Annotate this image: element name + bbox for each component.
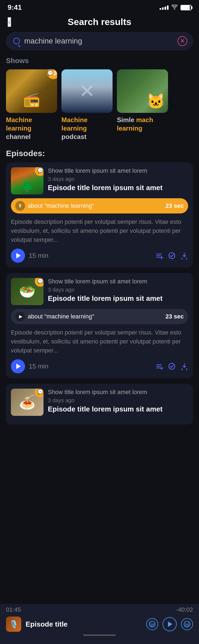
episode-controls: 15 min: [11, 249, 188, 263]
episode-thumbnail: 🍝 💬: [11, 389, 43, 416]
duration: 15 min: [29, 252, 152, 259]
snippet-pause-button[interactable]: ⏸: [15, 201, 25, 211]
download-icon[interactable]: [181, 363, 188, 370]
search-bar[interactable]: machine learning ✕: [6, 32, 193, 50]
show-thumbnail: 💬24: [6, 69, 57, 113]
svg-point-5: [169, 253, 175, 259]
page-title: Search results: [68, 17, 131, 27]
svg-point-11: [169, 363, 175, 369]
current-time: 01:45: [6, 606, 21, 613]
episode-thumbnail: 🥗 💬: [11, 278, 43, 305]
shows-label: Shows: [0, 57, 199, 69]
show-title: Simle mach learning: [117, 116, 168, 132]
episode-date: 3 days ago: [48, 176, 188, 182]
signal-icon: [160, 5, 169, 10]
remaining-time: -40:02: [176, 606, 193, 613]
search-icon: [12, 36, 21, 46]
episode-top: 🍝 💬 Show title lorem ipsum sit amet lore…: [11, 389, 188, 416]
episode-meta: Show title lorem ipsum sit amet lorem 3 …: [48, 389, 188, 414]
episode-card: 💬 Show title lorem ipsum sit amet lorem …: [6, 162, 193, 268]
snippet-bar[interactable]: ⏸ about "machine learning" 23 sec: [11, 198, 188, 213]
header: ‹ Search results: [0, 14, 199, 32]
episode-title: Episode title lorem ipsum sit amet: [48, 183, 188, 193]
duration: 15 min: [29, 363, 152, 370]
play-button[interactable]: [11, 249, 25, 263]
back-button[interactable]: ‹: [8, 17, 11, 27]
episode-description: Episode description potenti per volutpat…: [11, 217, 188, 244]
show-card[interactable]: Machine learning podcast: [61, 69, 113, 141]
home-indicator: [83, 634, 116, 636]
time-display: 9:41: [8, 3, 22, 12]
episode-date: 3 days ago: [48, 287, 188, 293]
clear-button[interactable]: ✕: [178, 36, 187, 46]
snippet-text: about "machine learning": [28, 313, 163, 320]
wifi-icon: [171, 4, 178, 11]
search-query[interactable]: machine learning: [24, 37, 178, 45]
player-controls: 15 30: [146, 617, 193, 631]
svg-text:30: 30: [186, 623, 188, 626]
episode-meta: Show title lorem ipsum sit amet lorem 3 …: [48, 167, 188, 193]
show-card[interactable]: 💬24 Machine learning channel: [6, 69, 57, 141]
episode-show-name: Show title lorem ipsum sit amet lorem: [48, 278, 188, 285]
add-to-queue-icon[interactable]: [156, 363, 163, 370]
player-play-button[interactable]: [163, 617, 177, 631]
svg-text:15: 15: [151, 623, 154, 626]
episode-title: Episode title lorem ipsum sit amet: [48, 405, 188, 414]
shows-grid: 💬24 Machine learning channel Machine lea…: [0, 69, 199, 149]
play-icon: [16, 364, 21, 369]
episode-card: 🥗 💬 Show title lorem ipsum sit amet lore…: [6, 273, 193, 378]
player-times: 01:45 -40:02: [6, 604, 193, 617]
episodes-label: Episodes:: [0, 149, 199, 162]
show-title: Machine learning podcast: [61, 116, 113, 141]
episode-controls: 15 min: [11, 359, 188, 373]
episode-show-name: Show title lorem ipsum sit amet lorem: [48, 167, 188, 174]
battery-icon: [181, 5, 191, 10]
play-button[interactable]: [11, 359, 25, 373]
episode-meta: Show title lorem ipsum sit amet lorem 3 …: [48, 278, 188, 303]
episode-card: 🍝 💬 Show title lorem ipsum sit amet lore…: [6, 384, 193, 425]
rewind-button[interactable]: 15: [146, 618, 158, 630]
fast-forward-button[interactable]: 30: [181, 618, 193, 630]
show-thumbnail: [61, 69, 113, 113]
add-to-queue-icon[interactable]: [156, 252, 163, 259]
episode-description: Episode description potenti per volutpat…: [11, 328, 188, 355]
show-card[interactable]: Simle mach learning: [117, 69, 168, 141]
status-icons: [160, 4, 191, 11]
snippet-time: 23 sec: [166, 313, 184, 320]
player-avatar: 🎙️: [6, 617, 21, 632]
episode-top: 💬 Show title lorem ipsum sit amet lorem …: [11, 167, 188, 194]
snippet-text: about "machine learning": [28, 202, 163, 209]
status-bar: 9:41: [0, 0, 199, 14]
snippet-bar[interactable]: ▶ about "machine learning" 23 sec: [11, 309, 188, 324]
player-main: 🎙️ Episode title 15: [6, 617, 193, 632]
snippet-play-button[interactable]: ▶: [15, 312, 25, 321]
bottom-player: 01:45 -40:02 🎙️ Episode title 15: [0, 604, 199, 644]
episode-title: Episode title lorem ipsum sit amet: [48, 294, 188, 303]
snippet-time: 23 sec: [166, 202, 184, 209]
control-icons: [156, 363, 188, 370]
episode-date: 3 days ago: [48, 397, 188, 404]
download-icon[interactable]: [181, 252, 188, 259]
control-icons: [156, 252, 188, 259]
episode-top: 🥗 💬 Show title lorem ipsum sit amet lore…: [11, 278, 188, 305]
play-icon: [168, 621, 172, 627]
player-episode-title: Episode title: [26, 620, 142, 628]
show-thumbnail: [117, 69, 168, 113]
show-title: Machine learning channel: [6, 116, 57, 141]
episode-thumbnail: 💬: [11, 167, 43, 194]
check-icon[interactable]: [168, 363, 176, 370]
check-icon[interactable]: [168, 252, 176, 259]
play-icon: [16, 253, 21, 258]
episode-show-name: Show title lorem ipsum sit amet lorem: [48, 389, 188, 396]
